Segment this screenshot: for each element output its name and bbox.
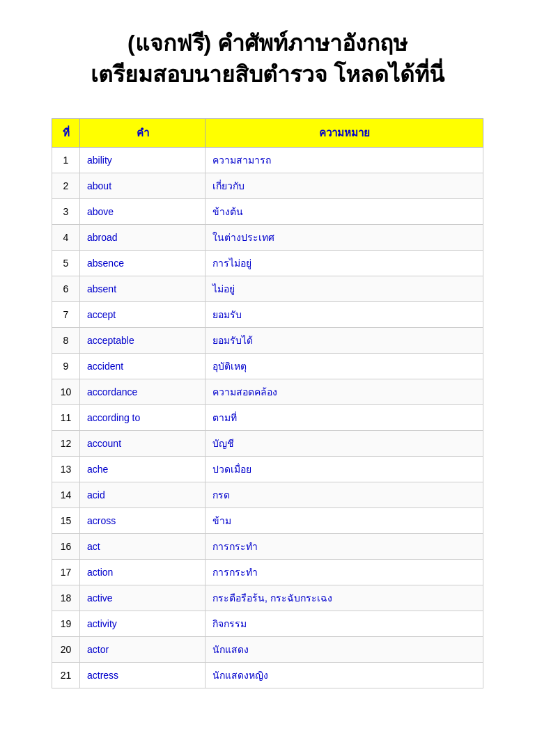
cell-num: 10	[52, 379, 80, 404]
cell-meaning: อุบัติเหตุ	[206, 353, 483, 379]
title-line2: เตรียมสอบนายสิบตำรวจ โหลดได้ที่นี่	[91, 62, 444, 87]
cell-word: activity	[80, 611, 206, 636]
cell-num: 19	[52, 611, 80, 636]
vocabulary-table-wrapper: ที่ คำ ความหมาย 1abilityความสามารถ2about…	[52, 118, 483, 688]
table-row: 2aboutเกี่ยวกับ	[52, 173, 483, 198]
table-row: 20actorนักแสดง	[52, 636, 483, 662]
table-row: 1abilityความสามารถ	[52, 147, 483, 173]
table-row: 8acceptableยอมรับได้	[52, 327, 483, 353]
table-row: 15acrossข้าม	[52, 507, 483, 533]
cell-num: 21	[52, 662, 80, 688]
col-header-num: ที่	[52, 118, 80, 147]
cell-meaning: ยอมรับ	[206, 301, 483, 327]
cell-num: 4	[52, 224, 80, 250]
table-row: 19activityกิจกรรม	[52, 611, 483, 636]
cell-word: active	[80, 585, 206, 611]
cell-num: 6	[52, 276, 80, 301]
cell-meaning: ในต่างประเทศ	[206, 224, 483, 250]
cell-num: 11	[52, 404, 80, 430]
cell-meaning: กรด	[206, 482, 483, 507]
cell-meaning: ข้างต้น	[206, 198, 483, 224]
table-body: 1abilityความสามารถ2aboutเกี่ยวกับ3aboveข…	[52, 147, 483, 688]
cell-word: about	[80, 173, 206, 198]
cell-meaning: กิจกรรม	[206, 611, 483, 636]
cell-word: act	[80, 533, 206, 559]
cell-meaning: การกระทำ	[206, 533, 483, 559]
cell-word: according to	[80, 404, 206, 430]
cell-word: above	[80, 198, 206, 224]
cell-meaning: การไม่อยู่	[206, 250, 483, 276]
table-row: 3aboveข้างต้น	[52, 198, 483, 224]
cell-num: 20	[52, 636, 80, 662]
cell-num: 1	[52, 147, 80, 173]
cell-num: 7	[52, 301, 80, 327]
cell-word: abroad	[80, 224, 206, 250]
table-row: 10accordanceความสอดคล้อง	[52, 379, 483, 404]
table-row: 18activeกระตือรือร้น, กระฉับกระเฉง	[52, 585, 483, 611]
cell-word: accept	[80, 301, 206, 327]
table-row: 21actressนักแสดงหญิง	[52, 662, 483, 688]
cell-num: 8	[52, 327, 80, 353]
table-row: 9accidentอุบัติเหตุ	[52, 353, 483, 379]
table-row: 12accountบัญชี	[52, 430, 483, 456]
cell-meaning: ความสอดคล้อง	[206, 379, 483, 404]
cell-num: 18	[52, 585, 80, 611]
cell-meaning: ความสามารถ	[206, 147, 483, 173]
vocabulary-table: ที่ คำ ความหมาย 1abilityความสามารถ2about…	[52, 118, 483, 688]
cell-num: 2	[52, 173, 80, 198]
title-line1: (แจกฟรี) คำศัพท์ภาษาอังกฤษ	[127, 31, 408, 56]
cell-meaning: ยอมรับได้	[206, 327, 483, 353]
cell-num: 12	[52, 430, 80, 456]
table-row: 6absentไม่อยู่	[52, 276, 483, 301]
cell-word: actor	[80, 636, 206, 662]
cell-word: absent	[80, 276, 206, 301]
cell-word: action	[80, 559, 206, 585]
cell-meaning: ตามที่	[206, 404, 483, 430]
table-header-row: ที่ คำ ความหมาย	[52, 118, 483, 147]
cell-word: acceptable	[80, 327, 206, 353]
cell-num: 5	[52, 250, 80, 276]
cell-num: 14	[52, 482, 80, 507]
cell-num: 17	[52, 559, 80, 585]
cell-word: actress	[80, 662, 206, 688]
cell-word: ache	[80, 456, 206, 482]
cell-meaning: เกี่ยวกับ	[206, 173, 483, 198]
col-header-word: คำ	[80, 118, 206, 147]
table-row: 17actionการกระทำ	[52, 559, 483, 585]
cell-meaning: บัญชี	[206, 430, 483, 456]
cell-meaning: กระตือรือร้น, กระฉับกระเฉง	[206, 585, 483, 611]
cell-num: 13	[52, 456, 80, 482]
table-row: 7acceptยอมรับ	[52, 301, 483, 327]
cell-num: 16	[52, 533, 80, 559]
cell-word: ability	[80, 147, 206, 173]
cell-meaning: ข้าม	[206, 507, 483, 533]
cell-num: 3	[52, 198, 80, 224]
col-header-meaning: ความหมาย	[206, 118, 483, 147]
page-title: (แจกฟรี) คำศัพท์ภาษาอังกฤษ เตรียมสอบนายส…	[91, 28, 444, 90]
table-row: 16actการกระทำ	[52, 533, 483, 559]
cell-word: absence	[80, 250, 206, 276]
cell-word: acid	[80, 482, 206, 507]
table-row: 11according toตามที่	[52, 404, 483, 430]
table-row: 5absenceการไม่อยู่	[52, 250, 483, 276]
table-row: 14acidกรด	[52, 482, 483, 507]
cell-meaning: นักแสดงหญิง	[206, 662, 483, 688]
cell-word: account	[80, 430, 206, 456]
cell-meaning: ปวดเมื่อย	[206, 456, 483, 482]
cell-meaning: การกระทำ	[206, 559, 483, 585]
cell-word: accident	[80, 353, 206, 379]
table-row: 13acheปวดเมื่อย	[52, 456, 483, 482]
cell-word: across	[80, 507, 206, 533]
cell-num: 9	[52, 353, 80, 379]
table-row: 4abroadในต่างประเทศ	[52, 224, 483, 250]
cell-word: accordance	[80, 379, 206, 404]
cell-meaning: นักแสดง	[206, 636, 483, 662]
cell-meaning: ไม่อยู่	[206, 276, 483, 301]
cell-num: 15	[52, 507, 80, 533]
